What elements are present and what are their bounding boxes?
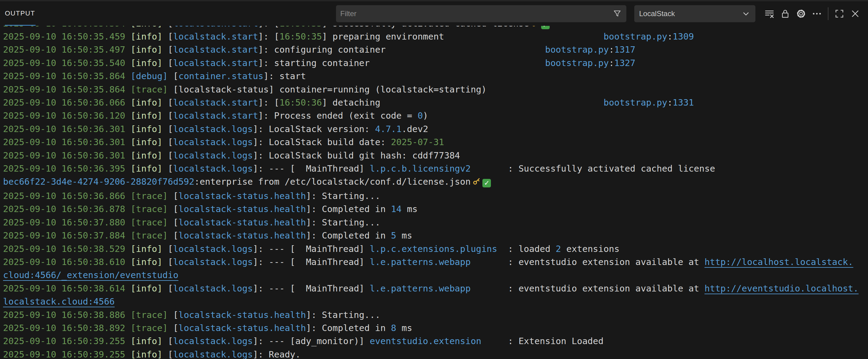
log-segment: ]: [253,244,269,254]
log-segment: localstack.start [173,97,258,108]
ellipsis-icon [811,8,823,19]
log-segment: extensions [561,244,619,254]
log-segment: [trace] [130,191,168,201]
log-segment: [ [168,283,173,294]
log-segment: [trace] [130,217,168,228]
log-segment: 8 [391,323,396,333]
clear-output-button[interactable] [762,6,777,22]
log-segment: [ [168,244,173,254]
log-segment: ]: [258,31,274,42]
log-segment: localstack.start [173,26,258,29]
log-segment: l.e.patterns.webapp [370,283,471,294]
log-segment: ms [396,323,412,333]
tab-output[interactable]: OUTPUT [5,2,36,26]
log-segment: --- [ MainThread] [269,244,370,254]
log-segment: [trace] [130,310,168,320]
log-segment: eventstudio.extension [370,336,482,346]
log-segment: : eventstudio extension available at [471,257,705,267]
log-segment [168,191,173,201]
log-segment: [info] [130,163,162,174]
log-segment: 2025-09-10 16:50:36.395 [3,163,130,174]
log-link[interactable]: localstack.cloud:4566 [3,296,115,307]
log-lines: 2025-09-10 16:50:35.394 [info] [localsta… [3,26,868,359]
filter-input[interactable] [340,9,612,18]
log-segment: [ [168,257,173,267]
log-line: 2025-09-10 16:50:36.866 [trace] [localst… [3,190,868,203]
log-segment: --- [ MainThread] [269,283,370,294]
log-segment: [info] [130,110,162,121]
log-link[interactable]: http://eventstudio.localhost. [705,283,859,294]
log-segment: bootstrap.py [545,44,609,55]
log-segment [162,58,168,68]
log-segment: [ [173,204,178,214]
lock-icon [780,8,790,19]
log-segment: localstack.logs [173,283,253,294]
output-panel-header: OUTPUT LocalStack [0,2,868,26]
output-channel-select[interactable]: LocalStack [634,5,755,22]
log-link[interactable]: http://localhost.localstack. [705,257,854,267]
log-segment: 2025-09-10 16:50:39.255 [3,349,130,359]
log-segment: Completed in [322,204,391,214]
log-segment: Completed in [322,230,391,241]
log-segment: ]: [306,310,322,320]
log-line: cloud:4566/_extension/eventstudio [3,269,868,282]
close-panel-button[interactable] [847,6,863,22]
log-line: bec66f22-3d4e-4274-9206-28820f76d592:ent… [3,175,868,189]
expand-icon [834,8,844,19]
log-line: 2025-09-10 16:50:35.459 [info] [localsta… [3,30,868,43]
log-segment: 2025-09-10 16:50:36.301 [3,137,130,147]
log-segment: ]: [306,217,322,228]
log-segment: Starting... [322,310,380,320]
log-segment: localstack-status.health [178,230,306,241]
log-segment [168,323,173,333]
log-segment: 2025-09-10 16:50:36.301 [3,150,130,161]
log-segment: [ [168,58,173,68]
funnel-filter-icon[interactable] [612,9,622,19]
log-segment: bootstrap.py [603,31,668,42]
log-segment: successfully activated cached license [333,26,529,29]
log-segment: :enterprise from /etc/localstack/conf.d/… [194,176,471,187]
log-segment: ]: [258,58,274,68]
log-segment: : [668,31,673,42]
log-segment: 2025-09-10 16:50:39.255 [3,336,130,346]
log-segment: 2025-07-31 [391,137,444,147]
log-segment: ]: [258,44,274,55]
log-segment: 2025-09-10 16:50:38.610 [3,257,130,267]
log-line: 2025-09-10 16:50:37.884 [trace] [localst… [3,229,868,242]
log-segment: localstack-status.health [178,323,306,333]
log-segment: 2025-09-10 16:50:36.866 [3,191,130,201]
log-segment: [ [168,31,173,42]
log-segment: preparing environment [333,31,444,42]
key-emoji [531,26,539,30]
log-segment: [ [274,31,279,42]
log-segment: Completed in [322,323,391,333]
log-segment: localstack.logs [173,150,253,161]
clear-all-icon [764,8,775,19]
log-segment: [info] [130,97,162,108]
more-actions-button[interactable] [809,6,825,22]
output-settings-button[interactable] [793,6,809,22]
log-link[interactable]: cloud:4566/_extension/eventstudio [3,270,178,280]
log-segment: Ready. [269,349,301,359]
log-segment: [ [168,163,173,174]
log-line: 2025-09-10 16:50:38.610 [info] [localsta… [3,256,868,269]
log-segment: localstack-status.health [178,204,306,214]
maximize-panel-button[interactable] [832,6,847,22]
log-segment: 2025-09-10 16:50:35.459 [3,31,130,42]
log-segment: 16:50:35 [279,31,322,42]
log-segment: --- [ MainThread] [269,257,370,267]
log-output-area[interactable]: 2025-09-10 16:50:35.394 [info] [localsta… [0,26,868,359]
log-segment [168,230,173,241]
log-segment: 16:50:36 [279,97,322,108]
log-segment: [info] [130,336,162,346]
lock-autoscroll-button[interactable] [777,6,793,22]
chevron-down-icon [741,9,750,18]
log-segment: [ [274,26,279,29]
log-segment: l.p.c.b.licensingv2 [370,163,471,174]
log-segment: 2025-09-10 16:50:38.614 [3,283,130,294]
log-segment [168,217,173,228]
log-segment: 2025-09-10 16:50:38.892 [3,323,130,333]
log-segment [162,283,168,294]
log-segment: [ [173,310,178,320]
log-segment [162,26,168,29]
